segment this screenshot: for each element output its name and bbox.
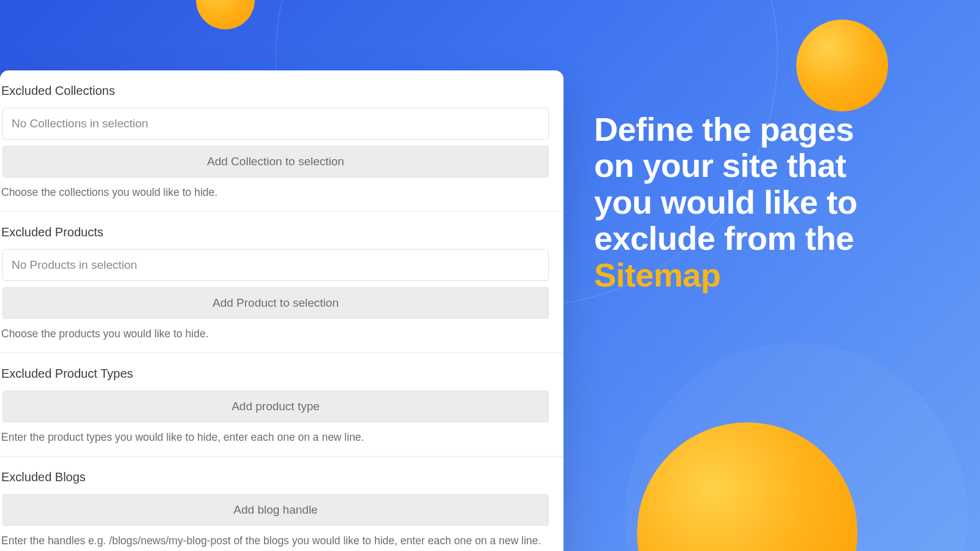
excluded-products-section: Excluded Products No Products in selecti… [0, 211, 564, 353]
orange-ball-icon [796, 20, 888, 111]
products-selection-box[interactable]: No Products in selection [2, 249, 549, 281]
excluded-product-types-section: Excluded Product Types Add product type … [0, 353, 564, 456]
promo-line: you would like to [594, 184, 962, 220]
helper-text: Enter the product types you would like t… [0, 431, 564, 444]
helper-text: Enter the handles e.g. /blogs/news/my-bl… [0, 534, 564, 547]
settings-panel: Excluded Collections No Collections in s… [0, 70, 564, 551]
orange-ball-icon [196, 0, 255, 29]
add-product-button[interactable]: Add Product to selection [2, 287, 549, 319]
section-title: Excluded Products [0, 225, 564, 239]
promo-stage: Excluded Collections No Collections in s… [0, 0, 980, 551]
promo-line: on your site that [594, 148, 962, 184]
promo-line: Define the pages [594, 111, 962, 148]
promo-highlight: Sitemap [594, 257, 962, 293]
section-title: Excluded Product Types [0, 367, 564, 381]
helper-text: Choose the collections you would like to… [0, 186, 564, 199]
collections-selection-box[interactable]: No Collections in selection [2, 108, 549, 140]
promo-heading: Define the pages on your site that you w… [594, 111, 962, 293]
helper-text: Choose the products you would like to hi… [0, 328, 564, 340]
section-title: Excluded Blogs [0, 470, 564, 484]
excluded-blogs-section: Excluded Blogs Add blog handle Enter the… [0, 456, 564, 551]
excluded-collections-section: Excluded Collections No Collections in s… [0, 84, 564, 211]
promo-line: exclude from the [594, 220, 962, 257]
add-collection-button[interactable]: Add Collection to selection [2, 146, 549, 178]
section-title: Excluded Collections [0, 84, 564, 98]
add-product-type-button[interactable]: Add product type [2, 391, 549, 422]
add-blog-handle-button[interactable]: Add blog handle [2, 494, 549, 526]
